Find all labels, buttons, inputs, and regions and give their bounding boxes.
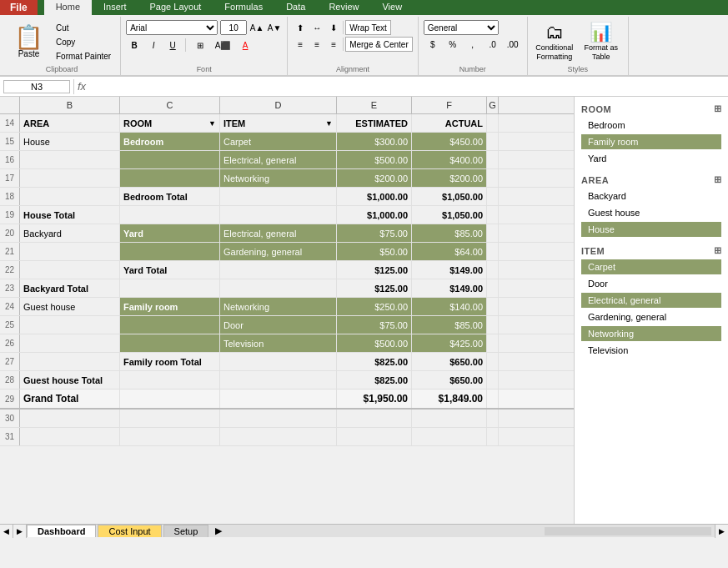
scroll-right-end-button[interactable]: ▶: [715, 525, 728, 538]
cell-b17[interactable]: [20, 169, 120, 187]
cell-e26[interactable]: $500.00: [337, 334, 412, 352]
item-filter-item-television[interactable]: Television: [581, 343, 721, 358]
cell-f17[interactable]: $200.00: [412, 169, 487, 187]
cell-d29[interactable]: [220, 390, 337, 408]
cell-b23[interactable]: Backyard Total: [20, 279, 120, 297]
cell-e20[interactable]: $75.00: [337, 224, 412, 242]
align-bottom-button[interactable]: ⬇: [326, 20, 341, 35]
font-size-decrease-button[interactable]: A▼: [267, 20, 282, 35]
cell-c15[interactable]: Bedroom: [120, 133, 220, 150]
cell-b26[interactable]: [20, 334, 120, 352]
item-filter-item-networking[interactable]: Networking: [581, 326, 721, 341]
cell-b24[interactable]: Guest house: [20, 298, 120, 315]
cell-c22[interactable]: Yard Total: [120, 261, 220, 279]
scroll-left-button[interactable]: ◀: [0, 525, 13, 538]
cell-b29[interactable]: Grand Total: [20, 390, 120, 408]
file-tab[interactable]: File: [0, 0, 38, 15]
cell-d15[interactable]: Carpet: [220, 133, 337, 150]
cell-f31[interactable]: [412, 428, 487, 445]
format-painter-button[interactable]: Format Painter: [52, 50, 115, 63]
scroll-right-button[interactable]: ▶: [13, 525, 27, 538]
cell-d27[interactable]: [220, 353, 337, 370]
tab-home[interactable]: Home: [44, 0, 92, 15]
cell-d28[interactable]: [220, 371, 337, 389]
cell-b31[interactable]: [20, 428, 120, 445]
cell-b14[interactable]: AREA: [20, 114, 120, 132]
cell-c25[interactable]: [120, 316, 220, 334]
tab-insert[interactable]: Insert: [92, 0, 138, 15]
cell-d26[interactable]: Television: [220, 334, 337, 352]
tab-page-layout[interactable]: Page Layout: [138, 0, 213, 15]
cell-e25[interactable]: $75.00: [337, 316, 412, 334]
cell-d20[interactable]: Electrical, general: [220, 224, 337, 242]
cell-f23[interactable]: $149.00: [412, 279, 487, 297]
cell-d18[interactable]: [220, 188, 337, 205]
tab-view[interactable]: View: [370, 0, 414, 15]
cell-b27[interactable]: [20, 353, 120, 370]
area-filter-icon[interactable]: ⊞: [714, 174, 722, 185]
area-filter-item-backyard[interactable]: Backyard: [581, 188, 721, 204]
cell-f25[interactable]: $85.00: [412, 316, 487, 334]
cell-e14[interactable]: ESTIMATED: [337, 114, 412, 132]
align-middle-button[interactable]: ↔: [309, 20, 324, 35]
tab-data[interactable]: Data: [274, 0, 317, 15]
cell-e29[interactable]: $1,950.00: [337, 390, 412, 408]
cell-b25[interactable]: [20, 316, 120, 334]
col-header-b[interactable]: B: [20, 97, 120, 113]
font-color-button[interactable]: A: [235, 37, 255, 53]
underline-button[interactable]: U: [164, 37, 181, 53]
col-header-e[interactable]: E: [337, 97, 412, 113]
item-filter-item-gardening[interactable]: Gardening, general: [581, 309, 721, 324]
cell-c27[interactable]: Family room Total: [120, 353, 220, 370]
merge-center-button[interactable]: Merge & Center: [345, 37, 413, 52]
cell-c20[interactable]: Yard: [120, 224, 220, 242]
bold-button[interactable]: B: [126, 37, 143, 53]
number-format-select[interactable]: General: [424, 20, 499, 35]
horizontal-scrollbar[interactable]: [545, 527, 711, 535]
item-filter-item-carpet[interactable]: Carpet: [581, 259, 721, 274]
decrease-decimal-button[interactable]: .00: [504, 37, 522, 52]
cell-f21[interactable]: $64.00: [412, 243, 487, 260]
cell-f14[interactable]: ACTUAL: [412, 114, 487, 132]
cell-f15[interactable]: $450.00: [412, 133, 487, 150]
cell-c16[interactable]: [120, 151, 220, 168]
cut-button[interactable]: Cut: [52, 22, 115, 34]
cell-b22[interactable]: [20, 261, 120, 279]
font-name-select[interactable]: Arial: [126, 20, 218, 35]
cell-d24[interactable]: Networking: [220, 298, 337, 315]
cell-f20[interactable]: $85.00: [412, 224, 487, 242]
tab-setup[interactable]: Setup: [163, 525, 209, 537]
increase-decimal-button[interactable]: .0: [484, 37, 502, 52]
tab-cost-input[interactable]: Cost Input: [98, 525, 161, 537]
cell-f28[interactable]: $650.00: [412, 371, 487, 389]
cell-b28[interactable]: Guest house Total: [20, 371, 120, 389]
cell-b30[interactable]: [20, 410, 120, 427]
formula-input[interactable]: [89, 82, 725, 92]
cell-f19[interactable]: $1,050.00: [412, 206, 487, 224]
fill-color-button[interactable]: A⬛: [213, 37, 233, 53]
tab-formulas[interactable]: Formulas: [213, 0, 274, 15]
cell-f18[interactable]: $1,050.00: [412, 188, 487, 205]
cell-d22[interactable]: [220, 261, 337, 279]
cell-c30[interactable]: [120, 410, 220, 427]
cell-f24[interactable]: $140.00: [412, 298, 487, 315]
item-filter-item-electrical[interactable]: Electrical, general: [581, 293, 721, 308]
cell-e24[interactable]: $250.00: [337, 298, 412, 315]
currency-button[interactable]: $: [424, 37, 442, 52]
cell-c18[interactable]: Bedroom Total: [120, 188, 220, 205]
cell-e22[interactable]: $125.00: [337, 261, 412, 279]
cell-e27[interactable]: $825.00: [337, 353, 412, 370]
cell-c24[interactable]: Family room: [120, 298, 220, 315]
font-size-increase-button[interactable]: A▲: [249, 20, 264, 35]
cell-e31[interactable]: [337, 428, 412, 445]
item-filter-icon[interactable]: ⊞: [714, 245, 722, 256]
cell-b20[interactable]: Backyard: [20, 224, 120, 242]
cell-e18[interactable]: $1,000.00: [337, 188, 412, 205]
cell-f29[interactable]: $1,849.00: [412, 390, 487, 408]
col-header-d[interactable]: D: [220, 97, 337, 113]
italic-button[interactable]: I: [145, 37, 162, 53]
cell-b21[interactable]: [20, 243, 120, 260]
align-right-button[interactable]: ≡: [326, 37, 341, 52]
format-as-table-button[interactable]: 📊 Format as Table: [580, 20, 623, 63]
percent-button[interactable]: %: [444, 37, 462, 52]
